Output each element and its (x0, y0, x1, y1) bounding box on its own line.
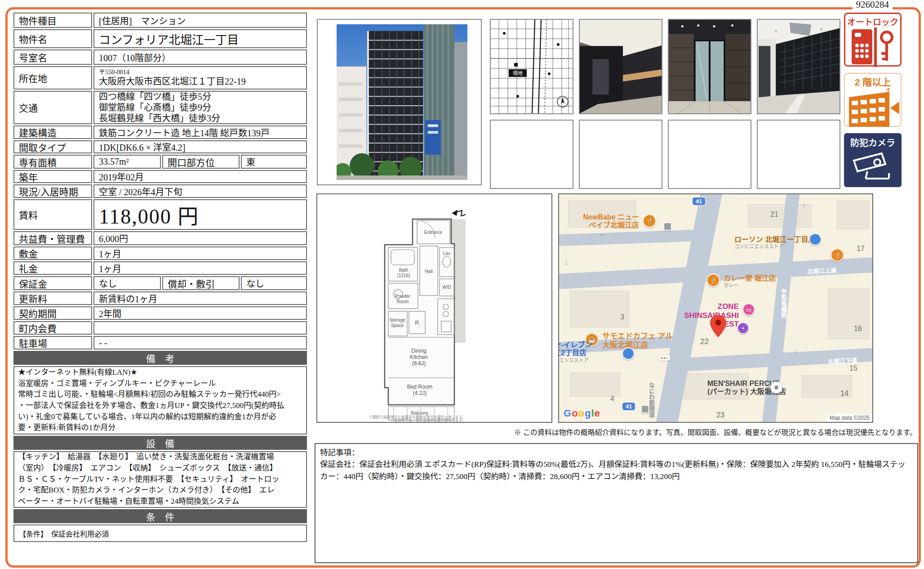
badge-autolock-label: オートロック (845, 15, 900, 27)
row-label: 更新料 (13, 291, 92, 305)
destination-pin-icon[interactable] (710, 315, 726, 337)
map-copyright: Map data ©2025 (827, 414, 872, 422)
row-value: [住居用] マンション (93, 13, 307, 28)
row-value: 2019年02月 (93, 170, 307, 183)
poi-lawson[interactable]: ローソン 北堀江一丁目店 コンビニエンスストア (734, 236, 815, 250)
row-label: 所在地 (13, 66, 92, 90)
svg-text:Powder: Powder (395, 294, 411, 299)
joken-content: 【条件】 保証会社利用必須 (13, 524, 307, 542)
table-row: 号室名 1007（10階部分） (13, 49, 307, 65)
table-row: 敷金 1ヶ月 (13, 246, 307, 260)
row-label: 町内会費 (13, 321, 92, 335)
table-row: 間取タイプ 1DK[DK6.6 × 洋室4.2] (13, 140, 307, 153)
poi-seven-eleven[interactable]: セブン-イレブン北堀江2丁目店 コンビニエンスストア (558, 341, 592, 363)
map-building (570, 291, 629, 327)
poi-newbabe[interactable]: NewBabe ニューベイブ北堀江店 (572, 213, 639, 230)
svg-text:W/D: W/D (442, 285, 451, 290)
traffic-arrow-icon: ↓ (794, 346, 798, 355)
svg-text:Bath: Bath (399, 268, 409, 273)
convenience-pin-icon[interactable] (622, 347, 635, 360)
row-value: 2年間 (93, 306, 307, 320)
svg-text:Lav: Lav (443, 251, 450, 256)
row-label: 保証金 (13, 276, 92, 290)
rent-value: 118,000 円 (93, 199, 307, 230)
floorplan-drawing: Entrance Bath (1216) Hall Lav W/D Powder… (317, 194, 551, 422)
restaurant-pin-icon[interactable]: 🍴 (831, 248, 844, 262)
block-number: 15 (849, 364, 857, 372)
transit-line: 長堀鶴見線「西大橋」徒歩3分 (99, 113, 220, 124)
traffic-arrow-icon: ← (599, 229, 606, 238)
transit-line: 四つ橋線「四ツ橋」徒歩5分 (99, 91, 211, 102)
table-row: 現況/入居時期 空室 / 2026年4月下旬 (13, 184, 307, 198)
row-label: 専有面積 (13, 155, 92, 169)
map-building (828, 289, 869, 339)
svg-text:Bed Room: Bed Room (407, 384, 433, 390)
shop-pin-icon[interactable] (770, 381, 782, 394)
table-row: 更新料 新賃料の1ヶ月 (13, 291, 307, 305)
row-value (93, 321, 307, 335)
row-value: 1ヶ月 (93, 261, 307, 275)
curry-pin-icon[interactable]: 🍴 (706, 273, 720, 287)
row-value: 33.57m² (93, 155, 161, 169)
block-number: 14 (840, 390, 848, 398)
security-camera-icon (849, 149, 896, 184)
exterior-photo (317, 19, 482, 185)
badge-second-floor-plus: 2 階以上 (844, 73, 902, 127)
svg-text:Dining: Dining (411, 348, 426, 354)
svg-text:Storage: Storage (389, 318, 405, 323)
empty-photo-box (757, 120, 840, 189)
table-row: 礼金 1ヶ月 (13, 261, 307, 275)
poi-samoyed-cafe[interactable]: サモエドカフェ アル大阪北堀江店 (602, 332, 673, 349)
row-label: 物件種目 (13, 13, 92, 28)
table-row: 物件種目 [住居用] マンション (13, 13, 307, 28)
row-value: 空室 / 2026年4月下旬 (93, 184, 307, 198)
poi-zone-hotel[interactable]: ZONE SHINSAIBASHIWEST (667, 302, 739, 329)
setsubi-content: 【キッチン】 給湯器 【水廻り】 追い焚き・洗髪洗面化粧台・洗濯機置場 （室内）… (13, 451, 307, 508)
intercom-key-icon (848, 27, 897, 67)
restaurant-pin-icon[interactable]: 🍴 (643, 214, 656, 228)
document-number: 9260284 (853, 0, 893, 10)
postal-code: 〒550-0014 (99, 69, 129, 76)
row-label: 建築構造 (13, 125, 92, 139)
road-label: 宇和島橋筋 (779, 289, 788, 318)
block-number: 21 (770, 211, 778, 219)
mailboxes-illustration (758, 20, 840, 113)
special-notes-body: 保証会社：保証会社利用必須 エポスカード(RP)保証料:賃料等の50%(最低2万… (320, 458, 913, 482)
table-row: 物件名 コンフォリア北堀江一丁目 (13, 29, 307, 48)
svg-text:(4.2J): (4.2J) (413, 390, 427, 396)
google-map[interactable]: 北堀江上通 宇和島橋筋 北堀江下通 なにわ筋側道 41 41 ← ↓ ↑ ↓ N… (558, 193, 873, 423)
row-value: 鉄筋コンクリート造 地上14階 総戸数139戸 (93, 125, 307, 139)
row-value: なし (93, 276, 161, 290)
row-label: 交通 (13, 91, 92, 124)
map-building (570, 372, 620, 397)
biko-content: ★インターネット無料(有線LAN)★ 浴室暖房・ゴミ置場・ディンプルキー・ピクチ… (13, 366, 307, 435)
badge-autolock: オートロック (844, 13, 902, 67)
floorplan-panel: Entrance Bath (1216) Hall Lav W/D Powder… (316, 193, 552, 423)
row-label: 共益費・管理費 (13, 231, 92, 245)
building-photo-illustration (337, 24, 467, 180)
row-value: 1007（10階部分） (93, 49, 307, 65)
row-value: 6,000円 (93, 231, 307, 245)
convenience-pin-icon[interactable] (809, 233, 822, 246)
road (558, 230, 694, 246)
poi-curry[interactable]: カレー堂 堀江店 カレー (724, 274, 776, 288)
poi-pin-icon[interactable]: ▪ (737, 322, 749, 334)
svg-text:R: R (415, 319, 419, 326)
table-row: 契約期間 2年間 (13, 306, 307, 320)
row-label: 駐車場 (13, 336, 92, 349)
map-building (837, 201, 869, 229)
svg-text:Entrance: Entrance (424, 230, 442, 235)
row-label: 敷金 (13, 246, 92, 260)
row-label-2: 償却・敷引 (162, 276, 240, 290)
row-label-2: 開口部方位 (162, 155, 240, 169)
table-row: 共益費・管理費 6,000円 (13, 231, 307, 245)
property-table: 物件種目 [住居用] マンション 物件名 コンフォリア北堀江一丁目 号室名 10… (13, 13, 307, 542)
row-label: 賃料 (13, 199, 92, 230)
genchi-label: 現地 (513, 71, 523, 76)
badge-second-floor-label: 2 階以上 (845, 75, 901, 88)
hotel-pin-icon[interactable]: ▭ (742, 303, 755, 316)
table-row: 賃料 118,000 円 (13, 199, 307, 230)
special-notes-title: 特記事項： (320, 447, 913, 458)
property-name: コンフォリア北堀江一丁目 (93, 29, 307, 48)
block-number: 17 (857, 245, 865, 253)
